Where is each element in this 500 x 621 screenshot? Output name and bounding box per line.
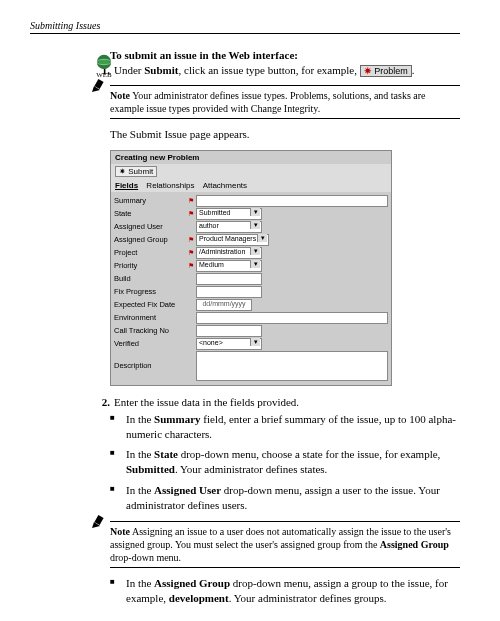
- assigned-group-select[interactable]: Product Managers: [196, 234, 269, 246]
- environment-input[interactable]: [196, 312, 388, 324]
- label-build: Build: [114, 274, 186, 283]
- page-header: Submitting Issues: [30, 20, 460, 34]
- state-select[interactable]: Submitted: [196, 208, 262, 220]
- section-headline: To submit an issue in the Web interface:: [110, 49, 460, 61]
- problem-button-example: ✷ Problem: [360, 65, 412, 77]
- label-assigned-user: Assigned User: [114, 222, 186, 231]
- project-select[interactable]: /Administration: [196, 247, 262, 259]
- assigned-user-select[interactable]: author: [196, 221, 262, 233]
- submit-issue-form-screenshot: Creating new Problem ✷ Submit Fields Rel…: [110, 150, 392, 386]
- step-1: 1.Under Submit, click an issue type butt…: [98, 64, 460, 77]
- form-submit-button[interactable]: ✷ Submit: [115, 166, 157, 177]
- label-project: Project: [114, 248, 186, 257]
- label-summary: Summary: [114, 196, 186, 205]
- expected-fix-date-input[interactable]: dd/mmm/yyyy: [196, 299, 252, 311]
- fix-progress-input[interactable]: [196, 286, 262, 298]
- label-verified: Verified: [114, 339, 186, 348]
- form-title: Creating new Problem: [111, 151, 391, 164]
- label-priority: Priority: [114, 261, 186, 270]
- label-call-tracking: Call Tracking No: [114, 326, 186, 335]
- label-fix-progress: Fix Progress: [114, 287, 186, 296]
- note-block-2: Note Assigning an issue to a user does n…: [80, 521, 460, 568]
- page: Submitting Issues WEB To submit an issue…: [0, 0, 500, 621]
- note-block-1: Note Your administrator defines issue ty…: [80, 85, 460, 119]
- build-input[interactable]: [196, 273, 262, 285]
- tab-attachments[interactable]: Attachments: [203, 181, 247, 190]
- web-icon: WEB: [95, 53, 113, 79]
- bullet-assigned-group: In the Assigned Group drop-down menu, as…: [110, 576, 460, 606]
- pencil-icon: [90, 78, 106, 96]
- label-expected-fix-date: Expected Fix Date: [114, 300, 186, 309]
- tab-relationships[interactable]: Relationships: [146, 181, 194, 190]
- summary-input[interactable]: [196, 195, 388, 207]
- label-environment: Environment: [114, 313, 186, 322]
- label-state: State: [114, 209, 186, 218]
- description-input[interactable]: [196, 351, 388, 381]
- bullet-assigned-user: In the Assigned User drop-down menu, ass…: [110, 483, 460, 513]
- pencil-icon: [90, 514, 106, 532]
- step-number: 2.: [98, 396, 110, 408]
- priority-select[interactable]: Medium: [196, 260, 262, 272]
- label-description: Description: [114, 361, 186, 370]
- appears-text: The Submit Issue page appears.: [110, 127, 460, 141]
- verified-select[interactable]: <none>: [196, 338, 262, 350]
- bullet-state: In the State drop-down menu, choose a st…: [110, 447, 460, 477]
- tab-fields[interactable]: Fields: [115, 181, 138, 190]
- bullet-summary: In the Summary field, enter a brief summ…: [110, 412, 460, 442]
- step-2: 2.Enter the issue data in the fields pro…: [98, 396, 460, 408]
- label-assigned-group: Assigned Group: [114, 235, 186, 244]
- call-tracking-input[interactable]: [196, 325, 262, 337]
